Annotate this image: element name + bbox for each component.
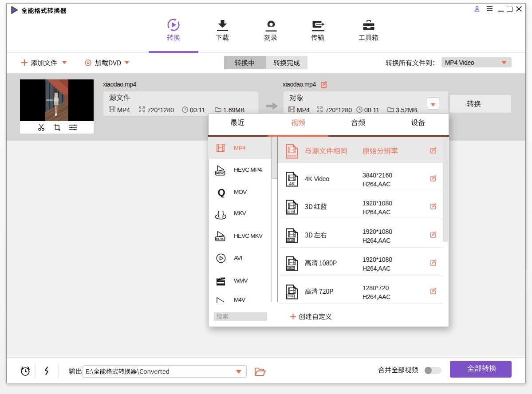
svg-text:{ }: { } (217, 209, 224, 218)
svg-text:3D LR: 3D LR (288, 239, 294, 241)
svg-text:Q: Q (217, 187, 225, 197)
svg-text:1080P: 1080P (288, 267, 295, 269)
svg-text:source: source (287, 154, 297, 158)
svg-text:4K: 4K (289, 181, 295, 186)
svg-text:3D RB: 3D RB (287, 210, 294, 213)
svg-text:720P: 720P (288, 295, 294, 298)
svg-text:HEVC: HEVC (216, 237, 225, 240)
svg-text:HEVC: HEVC (216, 172, 225, 175)
